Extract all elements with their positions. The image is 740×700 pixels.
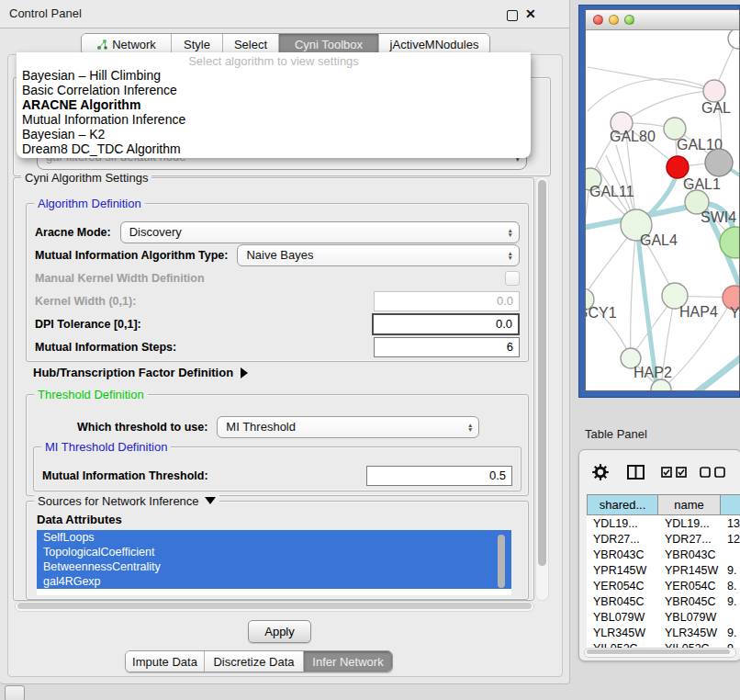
select-all-icon[interactable] xyxy=(661,467,687,478)
node-top-partial[interactable] xyxy=(728,30,739,49)
aracne-mode-label: Aracne Mode: xyxy=(35,226,111,239)
aracne-mode-value: Discovery xyxy=(129,225,182,239)
mi-type-value: Naive Bayes xyxy=(246,248,313,262)
tab-network-label: Network xyxy=(112,38,156,51)
node-gal1[interactable] xyxy=(667,156,689,178)
close-icon[interactable]: ✕ xyxy=(525,6,536,21)
network-graph[interactable]: GALGAL80GAL10GAL1GAL11SWI4GAL4GCY1HAP4YH… xyxy=(586,30,739,390)
mi-threshold-title: MI Threshold Definition xyxy=(41,440,171,454)
bottom-tab-discretize-data[interactable]: Discretize Data xyxy=(205,651,304,672)
table-row[interactable]: YDR27...YDR27...12 xyxy=(587,531,740,547)
aracne-mode-select[interactable]: Discovery ▲▼ xyxy=(120,221,520,243)
hub-definition-label: Hub/Transcription Factor Definition xyxy=(33,366,233,379)
dropdown-item-dream8-dc-tdc-algorithm[interactable]: Dream8 DC_TDC Algorithm xyxy=(17,141,531,156)
which-threshold-select[interactable]: MI Threshold ▲▼ xyxy=(217,416,479,438)
gear-icon[interactable] xyxy=(592,464,609,480)
network-view-window: GALGAL80GAL10GAL1GAL11SWI4GAL4GCY1HAP4YH… xyxy=(578,5,740,398)
node-gal-cut-label: GAL xyxy=(701,100,731,116)
mi-steps-field[interactable]: 6 xyxy=(374,337,520,357)
node-gray[interactable] xyxy=(705,149,733,176)
table-cell: 9. xyxy=(721,625,740,640)
algorithm-definition-title: Algorithm Definition xyxy=(34,197,145,210)
dropdown-item-bayesian-hill-climbing[interactable]: Bayesian – Hill Climbing xyxy=(17,68,531,83)
table-scrollbar-thumb[interactable] xyxy=(587,649,730,654)
attribute-item-betweennesscentrality[interactable]: BetweennessCentrality xyxy=(37,559,511,574)
control-panel-title: Control Panel xyxy=(9,6,82,20)
column-header-a[interactable]: A xyxy=(721,494,740,515)
tab-style-label: Style xyxy=(184,38,210,51)
mi-type-select[interactable]: Naive Bayes ▲▼ xyxy=(237,244,520,266)
attribute-item-topologicalcoefficient[interactable]: TopologicalCoefficient xyxy=(37,545,511,559)
hub-definition-expander[interactable]: Hub/Transcription Factor Definition xyxy=(33,366,248,379)
tab-network[interactable]: Network xyxy=(82,34,172,54)
table-cell: YDR27... xyxy=(658,531,721,547)
node-hap4-label: HAP4 xyxy=(679,304,718,320)
table-cell: YBL079W xyxy=(658,609,721,625)
column-layout-icon[interactable] xyxy=(627,465,645,480)
settings-group-title: Cyni Algorithm Settings xyxy=(21,171,151,185)
mi-steps-label: Mutual Information Steps: xyxy=(35,341,176,354)
table-row[interactable]: YBL079WYBL079W xyxy=(587,609,740,625)
node-salmon-cut-label: Y xyxy=(730,305,739,321)
minimize-traffic-light[interactable] xyxy=(609,15,619,25)
dropdown-item-mutual-information-inference[interactable]: Mutual Information Inference xyxy=(17,112,531,127)
tab-select[interactable]: Select xyxy=(223,34,279,54)
bottom-tab-impute-data[interactable]: Impute Data xyxy=(126,651,205,672)
float-icon[interactable] xyxy=(507,10,518,21)
algorithm-dropdown-list: Select algorithm to view settings Bayesi… xyxy=(17,52,531,158)
network-canvas[interactable]: GALGAL80GAL10GAL1GAL11SWI4GAL4GCY1HAP4YH… xyxy=(586,30,739,390)
collapse-arrow-icon xyxy=(205,497,216,504)
table-cell: 9 xyxy=(721,640,740,648)
close-traffic-light[interactable] xyxy=(593,15,603,25)
settings-horizontal-scrollbar[interactable] xyxy=(15,601,534,612)
table-row[interactable]: YDL19...YDL19...13 xyxy=(587,515,740,531)
apply-button[interactable]: Apply xyxy=(248,620,311,643)
tab-jactivemnodules[interactable]: jActiveMNodules xyxy=(379,34,489,54)
manual-kernel-checkbox[interactable] xyxy=(505,271,520,286)
sources-group-title[interactable]: Sources for Network Inference xyxy=(34,494,219,508)
dropdown-item-bayesian-k2[interactable]: Bayesian – K2 xyxy=(17,127,531,141)
bottom-tab-infer-network[interactable]: Infer Network xyxy=(304,651,392,672)
mi-threshold-label: Mutual Information Threshold: xyxy=(42,469,208,482)
expand-arrow-icon xyxy=(241,367,248,378)
threshold-definition-title: Threshold Definition xyxy=(34,388,148,401)
restore-panel-button[interactable] xyxy=(5,685,25,700)
mi-threshold-field[interactable]: 0.5 xyxy=(366,466,512,486)
deselect-all-icon[interactable] xyxy=(700,467,725,478)
column-header-shared[interactable]: shared... xyxy=(587,494,658,515)
table-cell: YLR345W xyxy=(658,625,721,640)
table-cell: YER054C xyxy=(587,578,658,593)
zoom-traffic-light[interactable] xyxy=(624,15,634,25)
attribute-list-scrollbar[interactable] xyxy=(498,535,505,588)
table-row[interactable]: YLR345WYLR345W9. xyxy=(587,625,740,640)
table-cell: YLR345W xyxy=(587,625,658,640)
table-row[interactable]: YBR045CYBR045C9. xyxy=(587,593,740,609)
data-attributes-list[interactable]: SelfLoopsTopologicalCoefficientBetweenne… xyxy=(37,530,511,595)
node-green-cut[interactable] xyxy=(720,227,739,258)
kernel-width-field[interactable]: 0.0 xyxy=(374,291,520,311)
table-row[interactable]: YIL052CYIL052C9 xyxy=(587,640,740,648)
settings-vertical-scrollbar[interactable] xyxy=(535,176,549,601)
dpi-tolerance-field[interactable]: 0.0 xyxy=(372,313,520,335)
tab-style[interactable]: Style xyxy=(172,34,223,54)
column-header-name[interactable]: name xyxy=(658,494,721,515)
tab-cyni-toolbox[interactable]: Cyni Toolbox xyxy=(279,34,379,54)
table-row[interactable]: YPR145WYPR145W9. xyxy=(587,562,740,578)
node-gcy1-label: GCY1 xyxy=(586,305,617,321)
network-window-titlebar[interactable] xyxy=(586,10,739,30)
dropdown-item-basic-correlation-inference[interactable]: Basic Correlation Inference xyxy=(17,83,531,97)
table-horizontal-scrollbar[interactable] xyxy=(584,648,736,658)
attribute-item-gal4rgexp[interactable]: gal4RGexp xyxy=(37,574,511,589)
node-gal-cut[interactable] xyxy=(703,80,725,102)
vertical-scrollbar-thumb[interactable] xyxy=(538,180,546,566)
bottom-tab-bar: Impute DataDiscretize DataInfer Network xyxy=(125,650,393,672)
table-cell: YIL052C xyxy=(658,640,721,648)
table-cell: YPR145W xyxy=(587,562,658,578)
table-cell: YBR043C xyxy=(587,547,658,562)
table-row[interactable]: YBR043CYBR043C xyxy=(587,547,740,562)
table-cell: 12 xyxy=(721,531,740,547)
horizontal-scrollbar-thumb[interactable] xyxy=(17,603,532,609)
table-row[interactable]: YER054CYER054C8. xyxy=(587,578,740,593)
dropdown-item-aracne-algorithm[interactable]: ARACNE Algorithm xyxy=(17,97,531,112)
attribute-item-selfloops[interactable]: SelfLoops xyxy=(37,530,511,545)
